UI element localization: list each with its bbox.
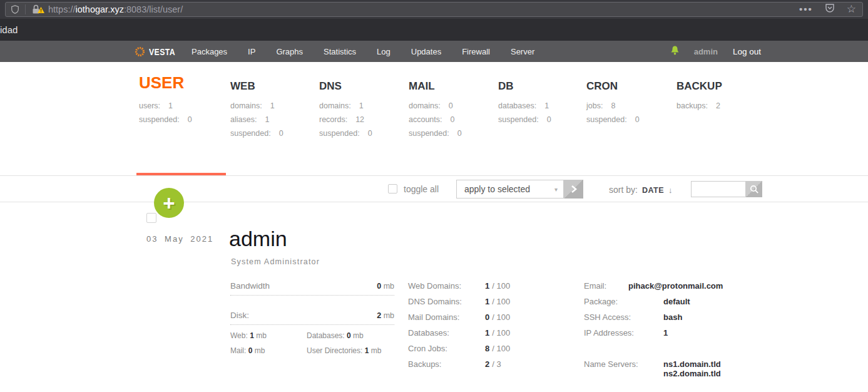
vesta-logo[interactable]: VESTA [135,41,181,62]
stats-tab-web[interactable]: WEB [230,70,319,93]
user-created-date: 03 May 2021 [146,234,213,244]
quota-row: Cron Jobs:8/ 100 [408,344,539,359]
pocket-icon[interactable] [825,3,835,16]
nav-item-updates[interactable]: Updates [411,47,441,56]
browser-urlbar-row: https://iothogar.xyz:8083/list/user/ •••… [0,0,868,19]
url-path: :8083/list/user/ [124,4,183,14]
chevron-right-icon [570,184,578,194]
search-icon [750,185,759,194]
info-row-email: Email:pihack@protonmail.com [584,281,740,297]
url-scheme: https:// [48,4,76,14]
apply-to-selected-dropdown[interactable]: apply to selected ▾ [456,180,564,199]
user-role: System Administrator [231,257,320,266]
browser-menu-row: idad [0,19,868,41]
disk-user-directories: User Directories: 1 mb [307,346,394,355]
stat-row: suspended:0 [498,115,587,129]
quota-row: Databases:1/ 100 [408,328,539,344]
stats-tab-backup[interactable]: BACKUP [677,70,765,93]
stat-row: suspended:0 [409,129,498,143]
user-name[interactable]: admin [229,227,287,251]
quotas-column: Web Domains:1/ 100 DNS Domains:1/ 100 Ma… [408,281,539,375]
url-text[interactable]: https://iothogar.xyz:8083/list/user/ [48,4,183,14]
search-input[interactable] [691,181,746,197]
quota-row: DNS Domains:1/ 100 [408,297,539,312]
vesta-logo-text: VESTA [149,46,175,57]
apply-button[interactable] [564,180,583,199]
stats-panel-user: USER users:1 suspended:0 [139,70,228,129]
stat-row: records:12 [319,115,408,129]
user-row-checkbox[interactable] [146,213,156,223]
stat-row: suspended:0 [230,129,319,143]
lock-warning-icon[interactable] [32,4,42,14]
stats-tab-db[interactable]: DB [498,70,587,93]
disk-databases: Databases: 0 mb [307,331,394,340]
nav-item-statistics[interactable]: Statistics [324,47,356,56]
stat-row: suspended:0 [319,129,408,143]
stat-row: aliases:1 [230,115,319,129]
stat-row: users:1 [139,101,228,115]
stat-row: jobs:8 [586,101,675,115]
tracking-shield-icon[interactable] [6,4,26,14]
quota-row: Web Domains:1/ 100 [408,281,539,297]
page-actions-icon[interactable]: ••• [799,6,813,13]
sort-by-label: sort by: [609,185,638,195]
info-row-package: Package:default [584,297,740,312]
stat-row: domains:1 [230,101,319,115]
sort-field[interactable]: DATE [642,186,664,195]
partial-menu-text: idad [0,24,18,35]
bookmark-star-icon[interactable]: ☆ [847,4,856,14]
stats-panel-cron: CRON jobs:8 suspended:0 [586,70,675,129]
stat-row: domains:1 [319,101,408,115]
info-row-ssh: SSH Access:bash [584,312,740,328]
nameserver-2: ns2.domain.tld [663,369,721,378]
quota-row: Backups:2/ 3 [408,359,539,375]
nameserver-1: ns1.domain.tld [663,359,721,369]
add-user-button[interactable]: + [154,188,184,218]
info-column: Email:pihack@protonmail.com Package:defa… [584,281,740,375]
vesta-navbar: VESTA Packages IP Graphs Statistics Log … [0,41,868,62]
stats-panel-db: DB databases:1 suspended:0 [498,70,587,129]
stats-panel-backup: BACKUP backups:2 [677,70,765,115]
stats-tab-user[interactable]: USER [139,70,228,93]
stats-tab-cron[interactable]: CRON [586,70,675,93]
stats-panel-web: WEB domains:1 aliases:1 suspended:0 [230,70,319,143]
notifications-bell-icon[interactable] [671,46,679,58]
nav-item-graphs[interactable]: Graphs [276,47,303,56]
stats-tab-mail[interactable]: MAIL [409,70,498,93]
nav-current-user[interactable]: admin [694,47,718,56]
disk-web: Web: 1 mb [230,331,307,340]
divider [0,202,868,202]
quota-row: Mail Domains:0/ 100 [408,312,539,328]
url-domain: iothogar.xyz [76,4,124,14]
toggle-all-label[interactable]: toggle all [404,184,439,194]
stat-row: domains:0 [409,101,498,115]
info-row-nameservers: Name Servers: ns1.domain.tld ns2.domain.… [584,359,740,375]
stat-row: backups:2 [677,101,765,115]
stats-panel-dns: DNS domains:1 records:12 suspended:0 [319,70,408,143]
stats-panel-mail: MAIL domains:0 accounts:0 suspended:0 [409,70,498,143]
nav-item-log[interactable]: Log [377,47,391,56]
chevron-down-icon: ▾ [554,186,563,193]
stat-row: suspended:0 [586,115,675,129]
nav-item-ip[interactable]: IP [248,47,255,56]
disk-mail: Mail: 0 mb [230,346,307,355]
url-field[interactable]: https://iothogar.xyz:8083/list/user/ •••… [5,2,863,17]
stats-tab-dns[interactable]: DNS [319,70,408,93]
stat-row: databases:1 [498,101,587,115]
stat-row: accounts:0 [409,115,498,129]
nav-item-server[interactable]: Server [511,47,534,56]
nav-menu: Packages IP Graphs Statistics Log Update… [191,41,534,62]
nav-item-firewall[interactable]: Firewall [462,47,490,56]
disk-row: Disk: 2 mb [230,311,394,325]
info-row-ip: IP Addresses:1 [584,328,740,344]
sort-direction-icon[interactable]: ↓ [668,185,673,195]
toggle-all-checkbox[interactable] [388,184,397,193]
stat-row: suspended:0 [139,115,228,129]
nav-item-packages[interactable]: Packages [191,47,227,56]
vesta-logo-icon [135,46,145,57]
logout-link[interactable]: Log out [733,47,761,56]
bandwidth-row: Bandwidth 0 mb [230,281,394,296]
divider [0,175,868,176]
search-button[interactable] [746,181,762,197]
usage-column: Bandwidth 0 mb Disk: 2 mb Web: 1 mb Data… [230,281,394,355]
